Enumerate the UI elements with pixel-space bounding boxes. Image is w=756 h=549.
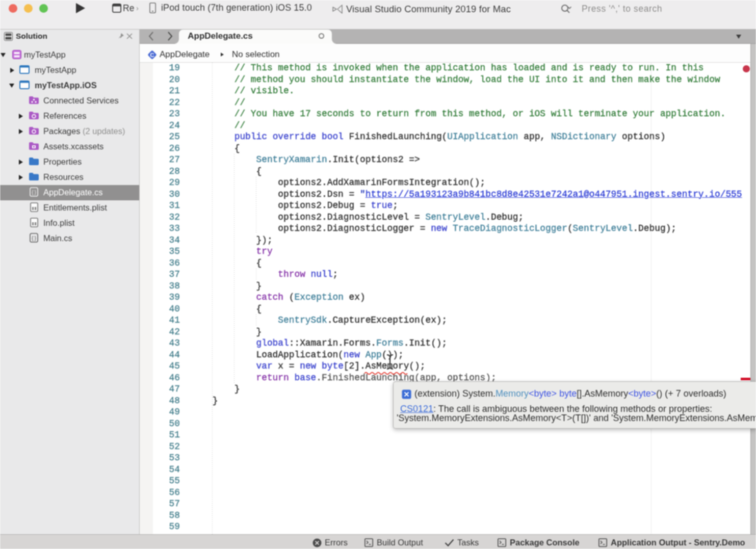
svg-text:{ }: { }: [32, 190, 36, 195]
svg-text:C: C: [150, 52, 154, 58]
svg-text:{ }: { }: [32, 236, 36, 241]
